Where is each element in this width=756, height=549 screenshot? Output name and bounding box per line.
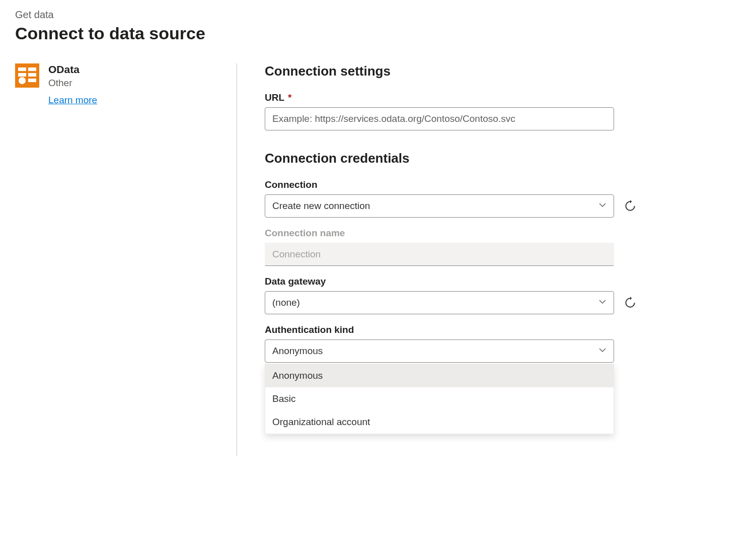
odata-connector-icon: [15, 63, 39, 88]
connector-name: OData: [48, 63, 97, 76]
auth-kind-value: Anonymous: [272, 346, 323, 357]
refresh-gateway-button[interactable]: [623, 296, 637, 310]
required-indicator: *: [288, 92, 291, 103]
refresh-icon: [624, 199, 637, 213]
connector-category: Other: [48, 78, 97, 89]
chevron-down-icon: [598, 297, 607, 308]
svg-rect-2: [28, 67, 36, 71]
svg-point-6: [19, 77, 26, 84]
connection-select[interactable]: Create new connection: [265, 194, 614, 218]
data-gateway-select[interactable]: (none): [265, 291, 614, 314]
url-label-text: URL: [265, 92, 284, 103]
svg-rect-4: [28, 73, 36, 77]
chevron-down-icon: [598, 346, 607, 357]
auth-kind-dropdown: Anonymous Basic Organizational account: [265, 364, 614, 434]
svg-rect-5: [28, 79, 36, 82]
svg-rect-3: [18, 73, 26, 77]
page-title: Connect to data source: [15, 24, 741, 43]
data-gateway-label: Data gateway: [265, 276, 740, 287]
connection-name-label: Connection name: [265, 228, 740, 239]
connection-name-input: Connection: [265, 243, 614, 266]
learn-more-link[interactable]: Learn more: [48, 95, 97, 106]
auth-option-anonymous[interactable]: Anonymous: [265, 364, 614, 387]
connection-select-value: Create new connection: [272, 200, 370, 212]
refresh-connection-button[interactable]: [623, 199, 637, 213]
connection-settings-heading: Connection settings: [265, 63, 740, 79]
svg-rect-1: [18, 67, 26, 71]
data-gateway-value: (none): [272, 297, 300, 308]
auth-kind-label: Authentication kind: [265, 324, 740, 335]
connection-name-value: Connection: [272, 249, 321, 260]
breadcrumb: Get data: [15, 9, 741, 21]
auth-kind-select[interactable]: Anonymous: [265, 339, 614, 363]
refresh-icon: [624, 296, 637, 309]
url-input[interactable]: [265, 107, 614, 130]
connector-summary: OData Other Learn more: [15, 63, 237, 106]
auth-option-basic[interactable]: Basic: [265, 387, 614, 410]
connection-label: Connection: [265, 179, 740, 190]
chevron-down-icon: [598, 200, 607, 212]
url-label: URL *: [265, 92, 740, 103]
auth-option-organizational[interactable]: Organizational account: [265, 410, 614, 434]
connection-credentials-heading: Connection credentials: [265, 151, 740, 166]
